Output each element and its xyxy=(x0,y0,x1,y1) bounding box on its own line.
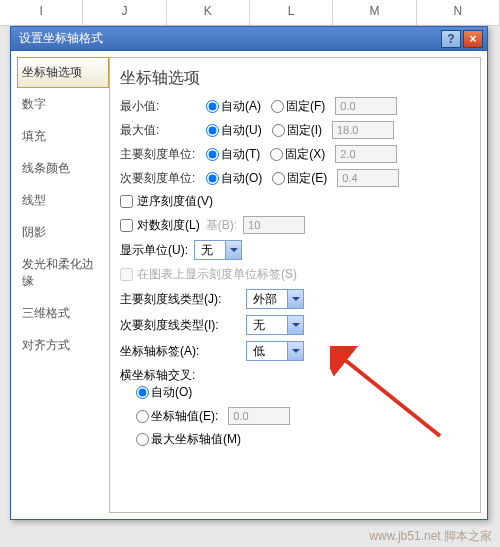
titlebar[interactable]: 设置坐标轴格式 ? × xyxy=(11,27,487,51)
sidebar-item-line-style[interactable]: 线型 xyxy=(17,185,109,216)
min-auto-radio[interactable]: 自动(A) xyxy=(206,98,261,115)
minor-unit-label: 次要刻度单位: xyxy=(120,170,200,187)
spreadsheet-headers: IJKLMN xyxy=(0,0,500,26)
panel-heading: 坐标轴选项 xyxy=(120,68,470,89)
help-button[interactable]: ? xyxy=(441,30,461,48)
reverse-checkbox[interactable]: 逆序刻度值(V) xyxy=(120,193,213,210)
max-fixed-radio[interactable]: 固定(I) xyxy=(272,122,322,139)
cross-value-input[interactable] xyxy=(228,407,290,425)
cross-auto-radio[interactable]: 自动(O) xyxy=(136,384,192,401)
sidebar-item-fill[interactable]: 填充 xyxy=(17,121,109,152)
display-unit-select[interactable]: 无 xyxy=(194,240,242,260)
major-tick-label: 主要刻度线类型(J): xyxy=(120,291,240,308)
cross-max-radio[interactable]: 最大坐标轴值(M) xyxy=(136,431,241,448)
min-label: 最小值: xyxy=(120,98,200,115)
major-value-input[interactable] xyxy=(335,145,397,163)
format-axis-dialog: 设置坐标轴格式 ? × 坐标轴选项 数字 填充 线条颜色 线型 阴影 发光和柔化… xyxy=(10,26,488,520)
display-unit-label: 显示单位(U): xyxy=(120,242,188,259)
major-auto-radio[interactable]: 自动(T) xyxy=(206,146,260,163)
cross-heading: 横坐标轴交叉: xyxy=(120,367,470,384)
axis-label-select[interactable]: 低 xyxy=(246,341,304,361)
minor-auto-radio[interactable]: 自动(O) xyxy=(206,170,262,187)
sidebar-item-align[interactable]: 对齐方式 xyxy=(17,330,109,361)
log-checkbox[interactable]: 对数刻度(L) xyxy=(120,217,200,234)
min-fixed-radio[interactable]: 固定(F) xyxy=(271,98,325,115)
watermark: www.jb51.net 脚本之家 xyxy=(369,528,492,545)
options-panel: 坐标轴选项 最小值: 自动(A) 固定(F) 最大值: 自动(U) 固定(I) … xyxy=(109,57,481,513)
minor-tick-label: 次要刻度线类型(I): xyxy=(120,317,240,334)
axis-label-label: 坐标轴标签(A): xyxy=(120,343,240,360)
minor-tick-select[interactable]: 无 xyxy=(246,315,304,335)
show-unit-label-checkbox: 在图表上显示刻度单位标签(S) xyxy=(120,266,297,283)
category-sidebar: 坐标轴选项 数字 填充 线条颜色 线型 阴影 发光和柔化边缘 三维格式 对齐方式 xyxy=(17,57,109,513)
major-fixed-radio[interactable]: 固定(X) xyxy=(270,146,325,163)
sidebar-item-axis-options[interactable]: 坐标轴选项 xyxy=(17,57,109,88)
max-value-input[interactable] xyxy=(332,121,394,139)
major-unit-label: 主要刻度单位: xyxy=(120,146,200,163)
minor-value-input[interactable] xyxy=(337,169,399,187)
dialog-title: 设置坐标轴格式 xyxy=(15,30,439,47)
close-button[interactable]: × xyxy=(463,30,483,48)
sidebar-item-shadow[interactable]: 阴影 xyxy=(17,217,109,248)
sidebar-item-glow[interactable]: 发光和柔化边缘 xyxy=(17,249,109,297)
log-base-label: 基(B): xyxy=(206,217,237,234)
sidebar-item-3d[interactable]: 三维格式 xyxy=(17,298,109,329)
min-value-input[interactable] xyxy=(335,97,397,115)
major-tick-select[interactable]: 外部 xyxy=(246,289,304,309)
log-base-input xyxy=(243,216,305,234)
max-auto-radio[interactable]: 自动(U) xyxy=(206,122,262,139)
cross-value-radio[interactable]: 坐标轴值(E): xyxy=(136,408,218,425)
minor-fixed-radio[interactable]: 固定(E) xyxy=(272,170,327,187)
sidebar-item-number[interactable]: 数字 xyxy=(17,89,109,120)
max-label: 最大值: xyxy=(120,122,200,139)
sidebar-item-line-color[interactable]: 线条颜色 xyxy=(17,153,109,184)
